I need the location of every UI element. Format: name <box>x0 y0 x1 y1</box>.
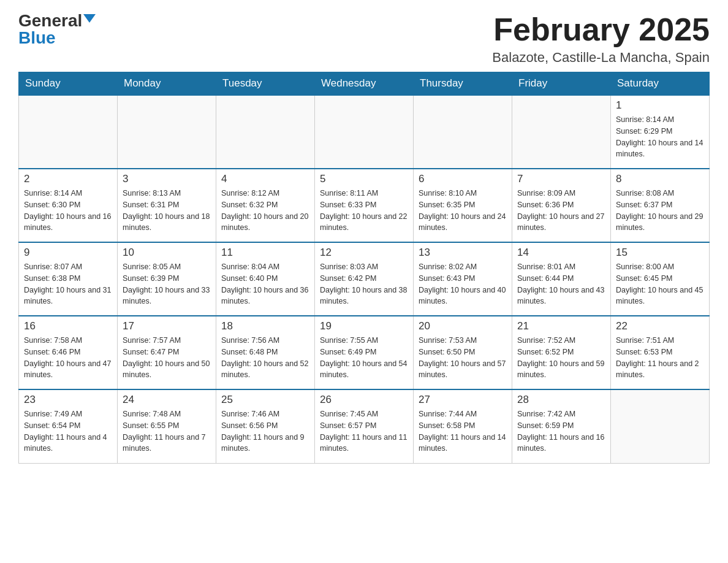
day-number: 26 <box>320 394 408 406</box>
weekday-header-monday: Monday <box>118 72 216 96</box>
day-number: 20 <box>419 320 507 332</box>
calendar-cell: 10Sunrise: 8:05 AMSunset: 6:39 PMDayligh… <box>118 242 216 316</box>
day-number: 14 <box>517 247 605 259</box>
day-info: Sunrise: 7:56 AMSunset: 6:48 PMDaylight:… <box>221 335 309 381</box>
calendar-cell <box>19 95 118 169</box>
day-info: Sunrise: 7:46 AMSunset: 6:56 PMDaylight:… <box>221 408 309 454</box>
week-row-3: 9Sunrise: 8:07 AMSunset: 6:38 PMDaylight… <box>19 242 710 316</box>
day-number: 9 <box>24 247 112 259</box>
week-row-1: 1Sunrise: 8:14 AMSunset: 6:29 PMDaylight… <box>19 95 710 169</box>
day-number: 25 <box>221 394 309 406</box>
day-number: 22 <box>616 320 704 332</box>
calendar-cell: 24Sunrise: 7:48 AMSunset: 6:55 PMDayligh… <box>118 389 216 463</box>
calendar-cell <box>611 389 710 463</box>
calendar-cell: 3Sunrise: 8:13 AMSunset: 6:31 PMDaylight… <box>118 169 216 242</box>
month-title: February 2025 <box>492 12 710 47</box>
weekday-header-thursday: Thursday <box>414 72 512 96</box>
day-info: Sunrise: 8:12 AMSunset: 6:32 PMDaylight:… <box>221 188 309 234</box>
calendar-cell <box>118 95 216 169</box>
day-info: Sunrise: 8:01 AMSunset: 6:44 PMDaylight:… <box>517 261 605 307</box>
calendar-cell: 19Sunrise: 7:55 AMSunset: 6:49 PMDayligh… <box>315 316 414 389</box>
week-row-4: 16Sunrise: 7:58 AMSunset: 6:46 PMDayligh… <box>19 316 710 389</box>
day-info: Sunrise: 7:48 AMSunset: 6:55 PMDaylight:… <box>123 408 211 454</box>
calendar-cell <box>315 95 414 169</box>
calendar-cell: 13Sunrise: 8:02 AMSunset: 6:43 PMDayligh… <box>414 242 512 316</box>
day-info: Sunrise: 7:45 AMSunset: 6:57 PMDaylight:… <box>320 408 408 454</box>
day-info: Sunrise: 8:00 AMSunset: 6:45 PMDaylight:… <box>616 261 704 307</box>
day-number: 12 <box>320 247 408 259</box>
day-info: Sunrise: 7:44 AMSunset: 6:58 PMDaylight:… <box>419 408 507 454</box>
day-number: 27 <box>419 394 507 406</box>
day-info: Sunrise: 7:49 AMSunset: 6:54 PMDaylight:… <box>24 408 112 454</box>
weekday-header-tuesday: Tuesday <box>216 72 315 96</box>
title-section: February 2025 Balazote, Castille-La Manc… <box>492 12 710 66</box>
day-info: Sunrise: 7:57 AMSunset: 6:47 PMDaylight:… <box>123 335 211 381</box>
day-number: 13 <box>419 247 507 259</box>
week-row-5: 23Sunrise: 7:49 AMSunset: 6:54 PMDayligh… <box>19 389 710 463</box>
day-info: Sunrise: 7:58 AMSunset: 6:46 PMDaylight:… <box>24 335 112 381</box>
calendar-cell: 11Sunrise: 8:04 AMSunset: 6:40 PMDayligh… <box>216 242 315 316</box>
calendar-cell <box>512 95 611 169</box>
calendar-cell <box>216 95 315 169</box>
day-info: Sunrise: 8:04 AMSunset: 6:40 PMDaylight:… <box>221 261 309 307</box>
day-info: Sunrise: 7:53 AMSunset: 6:50 PMDaylight:… <box>419 335 507 381</box>
calendar-cell: 9Sunrise: 8:07 AMSunset: 6:38 PMDaylight… <box>19 242 118 316</box>
day-info: Sunrise: 8:13 AMSunset: 6:31 PMDaylight:… <box>123 188 211 234</box>
weekday-header-saturday: Saturday <box>611 72 710 96</box>
day-number: 2 <box>24 173 112 185</box>
calendar-cell: 23Sunrise: 7:49 AMSunset: 6:54 PMDayligh… <box>19 389 118 463</box>
weekday-header-friday: Friday <box>512 72 611 96</box>
day-info: Sunrise: 7:52 AMSunset: 6:52 PMDaylight:… <box>517 335 605 381</box>
calendar-cell: 4Sunrise: 8:12 AMSunset: 6:32 PMDaylight… <box>216 169 315 242</box>
day-number: 19 <box>320 320 408 332</box>
weekday-header-wednesday: Wednesday <box>315 72 414 96</box>
week-row-2: 2Sunrise: 8:14 AMSunset: 6:30 PMDaylight… <box>19 169 710 242</box>
calendar-table: SundayMondayTuesdayWednesdayThursdayFrid… <box>18 72 710 464</box>
calendar-cell: 15Sunrise: 8:00 AMSunset: 6:45 PMDayligh… <box>611 242 710 316</box>
calendar-cell: 22Sunrise: 7:51 AMSunset: 6:53 PMDayligh… <box>611 316 710 389</box>
calendar-cell: 18Sunrise: 7:56 AMSunset: 6:48 PMDayligh… <box>216 316 315 389</box>
day-number: 5 <box>320 173 408 185</box>
day-number: 21 <box>517 320 605 332</box>
calendar-cell: 25Sunrise: 7:46 AMSunset: 6:56 PMDayligh… <box>216 389 315 463</box>
logo-triangle-icon <box>83 14 96 23</box>
day-info: Sunrise: 8:05 AMSunset: 6:39 PMDaylight:… <box>123 261 211 307</box>
calendar-cell: 16Sunrise: 7:58 AMSunset: 6:46 PMDayligh… <box>19 316 118 389</box>
day-number: 18 <box>221 320 309 332</box>
logo-general: General <box>18 12 82 29</box>
day-info: Sunrise: 8:14 AMSunset: 6:29 PMDaylight:… <box>616 114 704 160</box>
day-number: 23 <box>24 394 112 406</box>
day-number: 17 <box>123 320 211 332</box>
day-number: 24 <box>123 394 211 406</box>
calendar-cell: 6Sunrise: 8:10 AMSunset: 6:35 PMDaylight… <box>414 169 512 242</box>
day-info: Sunrise: 8:07 AMSunset: 6:38 PMDaylight:… <box>24 261 112 307</box>
day-number: 15 <box>616 247 704 259</box>
calendar-cell: 8Sunrise: 8:08 AMSunset: 6:37 PMDaylight… <box>611 169 710 242</box>
calendar-cell: 12Sunrise: 8:03 AMSunset: 6:42 PMDayligh… <box>315 242 414 316</box>
location: Balazote, Castille-La Mancha, Spain <box>492 50 710 66</box>
logo: General Blue <box>18 12 96 47</box>
calendar-header-row: SundayMondayTuesdayWednesdayThursdayFrid… <box>19 72 710 96</box>
weekday-header-sunday: Sunday <box>19 72 118 96</box>
calendar-cell: 28Sunrise: 7:42 AMSunset: 6:59 PMDayligh… <box>512 389 611 463</box>
calendar-cell: 27Sunrise: 7:44 AMSunset: 6:58 PMDayligh… <box>414 389 512 463</box>
calendar-cell: 1Sunrise: 8:14 AMSunset: 6:29 PMDaylight… <box>611 95 710 169</box>
day-info: Sunrise: 7:42 AMSunset: 6:59 PMDaylight:… <box>517 408 605 454</box>
calendar-cell <box>414 95 512 169</box>
calendar-cell: 21Sunrise: 7:52 AMSunset: 6:52 PMDayligh… <box>512 316 611 389</box>
calendar-cell: 5Sunrise: 8:11 AMSunset: 6:33 PMDaylight… <box>315 169 414 242</box>
day-number: 3 <box>123 173 211 185</box>
calendar-cell: 26Sunrise: 7:45 AMSunset: 6:57 PMDayligh… <box>315 389 414 463</box>
calendar-cell: 20Sunrise: 7:53 AMSunset: 6:50 PMDayligh… <box>414 316 512 389</box>
day-number: 4 <box>221 173 309 185</box>
day-info: Sunrise: 8:10 AMSunset: 6:35 PMDaylight:… <box>419 188 507 234</box>
day-number: 16 <box>24 320 112 332</box>
page-header: General Blue February 2025 Balazote, Cas… <box>18 12 710 66</box>
day-number: 7 <box>517 173 605 185</box>
day-number: 8 <box>616 173 704 185</box>
day-info: Sunrise: 8:14 AMSunset: 6:30 PMDaylight:… <box>24 188 112 234</box>
day-info: Sunrise: 7:51 AMSunset: 6:53 PMDaylight:… <box>616 335 704 381</box>
day-number: 11 <box>221 247 309 259</box>
logo-blue: Blue <box>18 29 56 47</box>
calendar-cell: 2Sunrise: 8:14 AMSunset: 6:30 PMDaylight… <box>19 169 118 242</box>
